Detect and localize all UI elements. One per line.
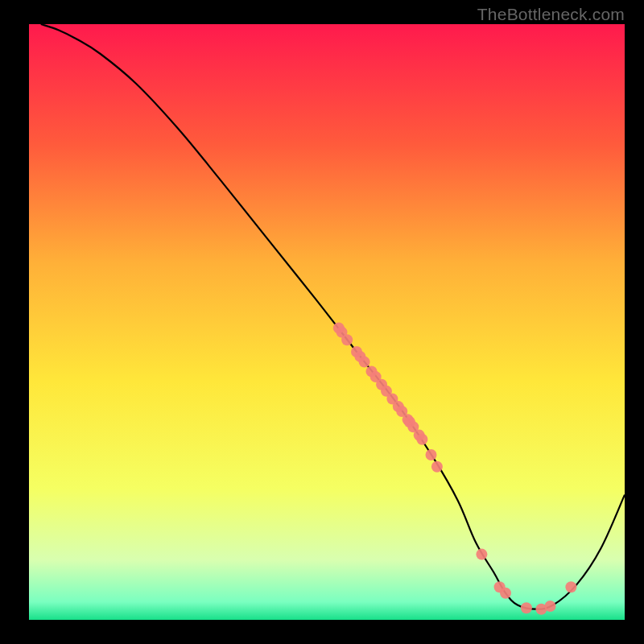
data-point xyxy=(426,449,437,460)
plot-area xyxy=(29,24,625,620)
data-point xyxy=(431,461,443,473)
data-point xyxy=(500,588,511,599)
data-point xyxy=(416,434,427,445)
data-point xyxy=(545,601,556,612)
gradient-background xyxy=(29,24,625,620)
chart-frame: TheBottleneck.com xyxy=(0,0,644,644)
data-point xyxy=(476,549,487,560)
chart-svg xyxy=(29,24,625,620)
data-point xyxy=(521,602,532,613)
data-point xyxy=(565,581,576,592)
data-point xyxy=(341,334,353,345)
watermark-text: TheBottleneck.com xyxy=(477,5,625,24)
data-point xyxy=(359,357,370,368)
